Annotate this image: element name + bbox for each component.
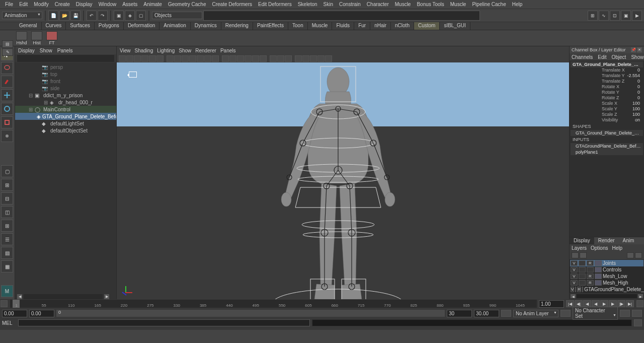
outliner-item-top[interactable]: 📷top [15, 71, 116, 78]
outliner-menu-show[interactable]: Show [40, 48, 52, 53]
menu-character[interactable]: Character [364, 1, 392, 8]
shelf-tab-nhair[interactable]: nHair [370, 22, 391, 30]
play-backward-button[interactable]: ◀ [592, 300, 600, 307]
layer-mesh-low[interactable]: VRMesh_Low [570, 273, 643, 280]
layer-controls[interactable]: VControls [570, 266, 643, 273]
layer-new-empty-icon[interactable] [627, 252, 634, 258]
outliner-item-persp[interactable]: 📷persp [15, 63, 116, 71]
vp-use-lights-icon[interactable] [245, 55, 252, 62]
vp-field-chart-icon[interactable] [197, 55, 204, 62]
shelf-tab-fur[interactable]: Fur [354, 22, 370, 30]
render-icon[interactable]: ▶ [632, 11, 642, 21]
shelf-tab-polygons[interactable]: Polygons [95, 22, 124, 30]
vp-xray-icon[interactable] [277, 55, 284, 62]
vp-menu-show[interactable]: Show [179, 48, 191, 53]
shelf-ft-button[interactable]: FT [45, 31, 58, 45]
attr-rotate-x[interactable]: Rotate X0 [571, 84, 643, 90]
shelf-tab-muscle[interactable]: Muscle [308, 22, 333, 30]
outliner-item-ddict[interactable]: ⊟▣ddict_m_y_prison [15, 92, 116, 99]
layer-joints[interactable]: VRJoints [570, 260, 643, 266]
layer-menu-layers[interactable]: Layers [572, 245, 587, 251]
snap-point-icon[interactable]: ⊡ [610, 11, 620, 21]
menu-pipeline-cache[interactable]: Pipeline Cache [469, 1, 509, 8]
panel-pin-icon[interactable]: 📌 [631, 47, 636, 52]
cb-input-node-1[interactable]: polyPlane1 [571, 149, 643, 155]
rotate-tool[interactable] [1, 103, 13, 115]
paint-select-tool[interactable] [1, 76, 13, 88]
outliner-menu-display[interactable]: Display [18, 48, 35, 53]
cb-input-node-0[interactable]: GTAGroundPlane_Delete_Before_... [571, 143, 643, 149]
attr-visibility[interactable]: Visibilityon [571, 117, 643, 123]
ipr-icon[interactable]: ▣ [621, 11, 631, 21]
menu-geometry-cache[interactable]: Geometry Cache [165, 1, 209, 8]
vp-motion-blur-icon[interactable] [325, 55, 332, 62]
vp-grease-icon[interactable] [156, 55, 164, 62]
vp-high-quality-icon[interactable] [260, 55, 267, 62]
layer-mesh-high[interactable]: VRMesh_High [570, 280, 643, 286]
manipulator-tool[interactable] [1, 130, 13, 142]
select-component-icon[interactable]: ▢ [136, 11, 146, 21]
attr-rotate-y[interactable]: Rotate Y0 [571, 90, 643, 95]
vp-menu-panels[interactable]: Panels [220, 48, 236, 53]
vp-safe-action-icon[interactable] [204, 55, 211, 62]
shelf-tab-rendering[interactable]: Rendering [221, 22, 253, 30]
cb-shape-node[interactable]: GTA_Ground_Plane_Delete_Befor... [571, 130, 643, 136]
layout-single-icon[interactable]: ▢ [1, 165, 13, 177]
vp-textured-icon[interactable] [237, 55, 244, 62]
vp-smooth-shade-icon[interactable] [229, 55, 236, 62]
menu-constrain[interactable]: Constrain [336, 1, 364, 8]
vp-safe-title-icon[interactable] [212, 55, 219, 62]
vp-view-transform-icon[interactable] [310, 55, 317, 62]
move-tool[interactable] [1, 89, 13, 101]
vp-depth-icon[interactable] [317, 55, 325, 62]
menu-edit[interactable]: Edit [16, 1, 31, 8]
vp-grid-icon[interactable] [167, 55, 174, 62]
attr-rotate-z[interactable]: Rotate Z0 [571, 95, 643, 101]
anim-layer-dropdown[interactable]: No Anim Layer [513, 310, 558, 317]
cmdline-label[interactable]: MEL [2, 320, 16, 326]
menu-assets[interactable]: Assets [119, 1, 140, 8]
time-slider-track[interactable]: 1 55 110 165 220 275 330 385 440 495 550… [10, 300, 537, 308]
attr-translate-y[interactable]: Translate Y-2.554 [571, 73, 643, 79]
selection-mask-dropdown[interactable]: Objects [152, 12, 202, 19]
cb-tab-show[interactable]: Show [631, 54, 643, 59]
new-scene-icon[interactable]: 📄 [48, 11, 58, 21]
layer-tab-render[interactable]: Render [594, 237, 619, 244]
shelf-edit-icon[interactable]: ✎ [2, 48, 13, 56]
menu-display[interactable]: Display [73, 1, 96, 8]
vp-film-gate-icon[interactable] [174, 55, 181, 62]
outliner-item-dr-head[interactable]: ⊞◈dr_head_000_r [15, 99, 116, 106]
outliner-menu-panels[interactable]: Panels [57, 48, 73, 53]
menu-file[interactable]: File [2, 1, 16, 8]
redo-icon[interactable]: ↷ [98, 11, 108, 21]
shelf-tab-custom[interactable]: Custom [414, 22, 440, 30]
layout-three-icon[interactable]: ⊞ [1, 220, 13, 232]
layer-ground-plane[interactable]: VRGTAGroundPlane_Delete_Befo [570, 286, 643, 293]
outliner-item-side[interactable]: 📷side [15, 85, 116, 92]
menu-modify[interactable]: Modify [31, 1, 51, 8]
shelf-tab-deformation[interactable]: Deformation [124, 22, 159, 30]
menu-create[interactable]: Create [52, 1, 73, 8]
vp-2d-pan-icon[interactable] [149, 55, 156, 62]
attr-translate-z[interactable]: Translate Z0 [571, 79, 643, 84]
mode-dropdown[interactable]: Animation [2, 12, 42, 19]
outliner-h-scrollbar[interactable] [24, 294, 103, 299]
menu-skeleton[interactable]: Skeleton [295, 1, 320, 8]
shelf-hshd-button[interactable]: Hshd [15, 31, 28, 45]
vp-lock-camera-icon[interactable] [126, 55, 133, 62]
vp-wireframe-icon[interactable] [222, 55, 229, 62]
cb-node-name[interactable]: GTA_Ground_Plane_Delete_Before... [571, 61, 643, 67]
viewport[interactable] [117, 62, 569, 299]
command-input[interactable] [18, 319, 310, 326]
shelf-tab-painteffects[interactable]: PaintEffects [253, 22, 288, 30]
vp-isolate-icon[interactable] [270, 55, 277, 62]
layer-scroll-right[interactable]: ▶ [638, 294, 643, 298]
shelf-tab-toon[interactable]: Toon [288, 22, 308, 30]
step-back-button[interactable]: ◀ [583, 300, 591, 307]
vp-gate-mask-icon[interactable] [189, 55, 196, 62]
timeline-menu-icon[interactable] [1, 300, 8, 307]
vp-menu-renderer[interactable]: Renderer [195, 48, 216, 53]
range-handle[interactable]: 0 [56, 310, 445, 317]
menu-help[interactable]: Help [509, 1, 526, 8]
layout-four-icon[interactable]: ⊞ [1, 179, 13, 191]
